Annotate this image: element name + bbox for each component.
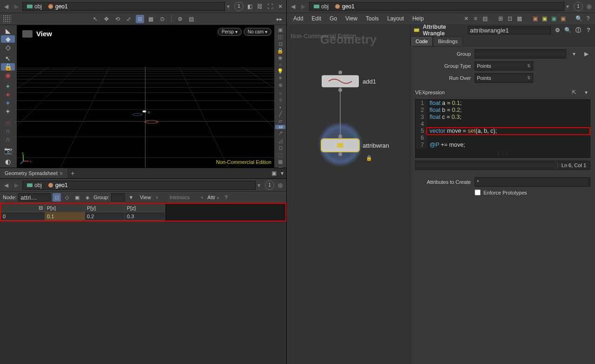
col-pz[interactable]: P[z] [125, 204, 165, 212]
transform-tool-4[interactable]: ✦ [1, 108, 15, 115]
disp-9[interactable]: ◻ [275, 145, 285, 151]
menu-tools[interactable]: Tools [362, 14, 383, 23]
add-tab-button[interactable]: + [67, 169, 78, 177]
net-tool-2[interactable]: ≡ [471, 14, 480, 23]
menu-edit[interactable]: Edit [308, 14, 325, 23]
lock-tool[interactable]: 🔒 [1, 63, 15, 71]
disp-7[interactable]: ⟐ [275, 90, 285, 96]
cell-py[interactable]: 0.2 [85, 212, 125, 221]
disp-1[interactable]: ▣ [275, 27, 285, 33]
camera-dropdown[interactable]: No cam ▾ [244, 28, 271, 36]
row-idx[interactable]: 0 [1, 212, 45, 221]
nav-fwd[interactable]: ▶ [12, 2, 20, 11]
r-page-num[interactable]: 1 [574, 2, 583, 11]
r-nav-back[interactable]: ◀ [289, 2, 297, 11]
r-pin-icon[interactable]: ◎ [585, 2, 593, 11]
r-nav-fwd[interactable]: ▶ [299, 2, 307, 11]
detail-mode[interactable]: ◈ [83, 193, 92, 202]
magnet-blue-tool[interactable]: ∩ [1, 127, 15, 135]
help-q-icon[interactable]: ? [584, 14, 592, 23]
help-icon[interactable]: ? [222, 193, 230, 202]
group-input-p[interactable] [475, 49, 566, 58]
group-input[interactable] [111, 193, 125, 202]
select-contained-tool[interactable]: ◆ [1, 35, 15, 43]
rotate-tool-icon[interactable]: ⟲ [113, 15, 122, 23]
help-param-icon[interactable]: ? [585, 26, 592, 34]
scale-tool-icon[interactable]: ⤢ [125, 15, 133, 23]
net-tool-3[interactable]: ▤ [481, 14, 489, 23]
node-add1[interactable]: add1 [322, 75, 376, 87]
net-tool-7[interactable]: ▣ [531, 14, 539, 23]
viewport-3d[interactable]: 0 View Persp ▾ No cam ▾ Non-Commercial E… [17, 25, 274, 168]
misc-tool-1[interactable]: ◐ [1, 158, 15, 165]
path-field-right[interactable]: obj geo1 [309, 2, 564, 11]
filter-icon[interactable]: ▼ [127, 193, 135, 202]
grouptype-dropdown[interactable]: Points [475, 61, 533, 71]
col-py[interactable]: P[y] [85, 204, 125, 212]
maximize-icon[interactable]: ⛶ [266, 2, 274, 11]
magnet-gray-tool[interactable]: ∩ [1, 136, 15, 143]
ss-pin-icon[interactable]: ◎ [276, 181, 284, 189]
verts-mode[interactable]: ◇ [63, 193, 71, 202]
grid-icon[interactable]: ▦ [147, 15, 155, 23]
path-field-left[interactable]: obj geo1 [22, 2, 225, 11]
intrinsics-label[interactable]: Intrinsics [160, 195, 199, 200]
col-px[interactable]: P[x] [45, 204, 85, 212]
gear-param-icon[interactable]: ⚙ [554, 26, 561, 34]
transform-tool-3[interactable]: ✦ [1, 99, 15, 107]
ss-nav-fwd[interactable]: ▶ [12, 181, 20, 189]
transform-tool-2[interactable]: ✦ [1, 91, 15, 98]
transform-tool-1[interactable]: ✦ [1, 83, 15, 90]
nav-back[interactable]: ◀ [2, 2, 10, 11]
magnet-red-tool[interactable]: ∩ [1, 119, 15, 126]
ss-nav-back[interactable]: ◀ [2, 181, 10, 189]
enforce-checkbox[interactable] [475, 189, 481, 195]
camera-tool[interactable]: 📷 [1, 147, 15, 154]
close-tab-icon[interactable]: × [60, 170, 63, 177]
tab-spreadsheet[interactable]: Geometry Spreadsheet × [0, 168, 67, 178]
node-input[interactable] [18, 193, 51, 202]
edge-icon[interactable]: ╱ [275, 111, 285, 117]
menu-view[interactable]: View [342, 14, 361, 23]
persp-dropdown[interactable]: Persp ▾ [218, 28, 242, 36]
select-tool[interactable]: ◣ [1, 27, 15, 34]
points-mode[interactable]: ⊡ [53, 193, 61, 202]
path-dropdown[interactable]: ▾ [227, 3, 232, 10]
attr-label[interactable]: Attr [207, 195, 215, 200]
net-tool-10[interactable]: ▣ [559, 14, 567, 23]
pointer-tool[interactable]: ↖ [1, 55, 15, 62]
disp-11[interactable]: ▦ [275, 159, 285, 165]
disp-2[interactable]: ◫ [275, 34, 285, 40]
lock-disp[interactable]: 🔒 [275, 48, 285, 54]
disp-6[interactable]: ⊕ [275, 82, 285, 88]
attrs-input[interactable] [475, 177, 590, 187]
net-tool-5[interactable]: ⊡ [506, 14, 514, 23]
cursor-tool-icon[interactable]: ↖ [91, 15, 99, 23]
tab-code[interactable]: Code [410, 36, 433, 46]
display-opts-icon[interactable]: ▤ [187, 15, 196, 23]
dot-icon[interactable]: • [275, 104, 285, 110]
code-editor[interactable]: 1float a = 0.1; 2float b = 0.2; 3float c… [415, 99, 590, 158]
search-param-icon[interactable]: 🔍 [564, 26, 571, 34]
num-12-icon[interactable]: .12 [275, 125, 285, 129]
group-menu-icon[interactable]: ▾ [570, 50, 578, 58]
light-icon[interactable]: 💡 [275, 68, 285, 74]
info-icon[interactable]: ⓘ [575, 26, 582, 34]
disp-5[interactable]: ○ [275, 62, 285, 67]
op-name-input[interactable] [468, 26, 551, 34]
disp-8[interactable]: ⟡ [275, 97, 285, 103]
grip-icon[interactable] [3, 15, 11, 23]
vex-menu-icon[interactable]: ▾ [582, 88, 590, 97]
net-tool-8[interactable]: ▣ [540, 14, 549, 23]
disp-4[interactable]: ◉ [275, 55, 285, 61]
runover-dropdown[interactable]: Points [475, 73, 533, 83]
prims-mode[interactable]: ▣ [73, 193, 81, 202]
magnet-icon[interactable]: ⊙ [158, 15, 166, 23]
path-field-ss[interactable]: obj geo1 [22, 181, 256, 190]
ss-page-num[interactable]: 1 [265, 181, 274, 190]
cell-pz[interactable]: 0.3 [125, 212, 165, 221]
disp-10[interactable]: ⬚ [275, 152, 285, 158]
menu-layout[interactable]: Layout [383, 14, 408, 23]
move-tool-icon[interactable]: ✥ [102, 15, 111, 23]
net-tool-1[interactable]: ✕ [462, 14, 470, 23]
